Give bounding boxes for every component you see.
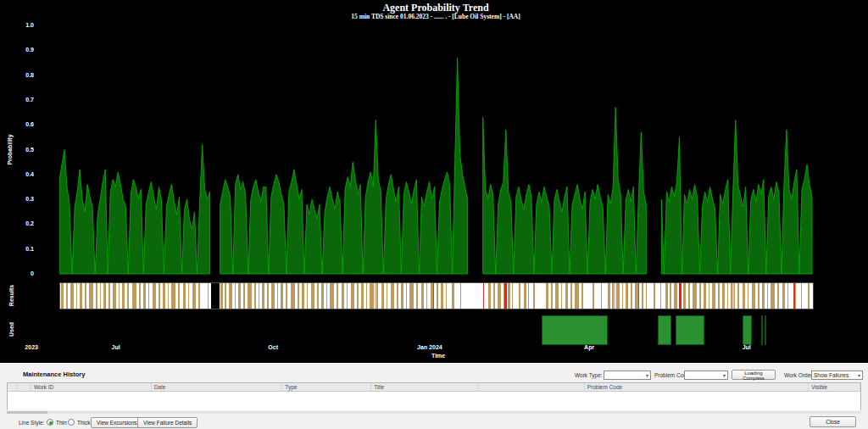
- work-type-select[interactable]: ▾: [604, 370, 651, 380]
- result-bar: [119, 283, 120, 309]
- column-header-visible[interactable]: Visible: [809, 383, 860, 391]
- result-bar: [709, 283, 709, 309]
- result-bar: [70, 283, 74, 309]
- scrollbar-thumb[interactable]: [7, 411, 47, 414]
- result-bar: [771, 283, 775, 309]
- used-block: [743, 315, 752, 345]
- result-bar: [298, 283, 299, 309]
- column-header-blank[interactable]: [479, 383, 585, 391]
- used-block: [658, 315, 671, 345]
- result-bar: [409, 283, 414, 309]
- result-bar: [524, 283, 526, 309]
- failure-marker-bar: [433, 283, 434, 309]
- result-bar: [601, 283, 602, 309]
- result-bar: [192, 283, 196, 309]
- result-bar: [688, 283, 690, 309]
- maintenance-panel: Maintenance History Work Type: ▾ Problem…: [0, 363, 868, 429]
- result-bar: [326, 283, 327, 309]
- failure-marker-bar: [483, 283, 484, 309]
- table-body[interactable]: [8, 392, 860, 410]
- result-bar: [446, 283, 447, 309]
- result-bar: [330, 283, 334, 309]
- result-bar: [387, 283, 387, 309]
- view-failure-details-button[interactable]: View Failure Details: [137, 417, 198, 428]
- result-bar: [321, 283, 324, 309]
- y-tick-label: 0.6: [0, 121, 34, 127]
- result-bar: [153, 283, 156, 309]
- y-tick-label: 0.2: [0, 220, 34, 226]
- x-tick-label: Apr: [584, 344, 594, 350]
- result-bar: [528, 283, 529, 309]
- result-bar: [391, 283, 394, 309]
- result-bar: [565, 283, 568, 309]
- result-bar: [441, 283, 443, 309]
- table-header-row: Work IDDateTypeTitleProblem CodeVisible: [8, 383, 860, 392]
- result-bar: [259, 283, 259, 309]
- result-bar: [631, 283, 632, 309]
- result-bar: [302, 283, 304, 309]
- problem-code-select[interactable]: ▾: [684, 370, 728, 380]
- result-bar: [163, 283, 165, 309]
- result-bar: [337, 283, 338, 309]
- column-header-type[interactable]: Type: [282, 383, 371, 391]
- result-bar: [555, 283, 559, 309]
- work-type-label: Work Type:: [575, 372, 603, 378]
- result-bar: [712, 283, 715, 309]
- loading-complete-button[interactable]: Loading Complete: [732, 370, 776, 380]
- column-header-date[interactable]: Date: [152, 383, 283, 391]
- result-bar: [401, 283, 403, 309]
- result-bar: [89, 283, 93, 309]
- view-excursions-button[interactable]: View Excursions: [91, 417, 143, 428]
- results-strip[interactable]: [59, 282, 814, 309]
- y-tick-label: 0.7: [0, 97, 34, 103]
- thick-radio[interactable]: [68, 419, 75, 426]
- result-bar: [76, 283, 77, 309]
- radio-dot: [49, 421, 53, 425]
- result-bar: [777, 283, 779, 309]
- result-bar: [704, 283, 706, 309]
- chart-subtitle: 15 min TDS since 01.06.2023 - ...... . -…: [0, 13, 868, 20]
- result-bar: [748, 283, 748, 309]
- probability-trend-chart: Agent Probability Trend 15 min TDS since…: [0, 0, 868, 363]
- y-tick-label: 0: [0, 270, 34, 276]
- work-orders-select[interactable]: Show Failures ▾: [811, 370, 863, 380]
- result-bar: [143, 283, 146, 309]
- result-bar: [357, 283, 359, 309]
- thin-radio-label: Thin: [56, 420, 67, 426]
- result-bar: [127, 283, 129, 309]
- result-bar: [801, 283, 802, 309]
- column-header-work-id[interactable]: Work ID: [31, 383, 152, 391]
- maintenance-history-table[interactable]: Work IDDateTypeTitleProblem CodeVisible: [7, 382, 861, 410]
- result-bar: [235, 283, 236, 309]
- result-bar: [787, 283, 788, 309]
- y-tick-label: 0.8: [0, 72, 34, 78]
- result-bar: [718, 283, 720, 309]
- failure-marker-bar: [793, 283, 795, 309]
- result-bar: [498, 283, 501, 309]
- result-bar: [347, 283, 348, 309]
- probability-series-plot[interactable]: [59, 25, 814, 276]
- result-bar: [752, 283, 755, 309]
- column-header-blank[interactable]: [8, 383, 18, 391]
- result-bar: [183, 283, 186, 309]
- result-bar: [674, 283, 677, 309]
- x-tick-label: Jan 2024: [417, 344, 442, 350]
- result-bar: [581, 283, 583, 309]
- result-bar: [437, 283, 438, 309]
- column-header-problem-code[interactable]: Problem Code: [585, 383, 809, 391]
- close-button[interactable]: Close: [810, 416, 856, 427]
- column-header-blank[interactable]: [18, 383, 31, 391]
- result-bar: [699, 283, 701, 309]
- result-bar: [307, 283, 308, 309]
- probability-series: [59, 58, 812, 274]
- result-bar: [311, 283, 314, 309]
- result-bar: [421, 283, 424, 309]
- table-horizontal-scrollbar[interactable]: [7, 411, 861, 414]
- used-strip[interactable]: [59, 315, 814, 345]
- thin-radio[interactable]: [47, 419, 53, 426]
- result-bar: [139, 283, 141, 309]
- result-bar: [80, 283, 82, 309]
- column-header-title[interactable]: Title: [371, 383, 479, 391]
- result-bar: [342, 283, 344, 309]
- result-bar: [317, 283, 319, 309]
